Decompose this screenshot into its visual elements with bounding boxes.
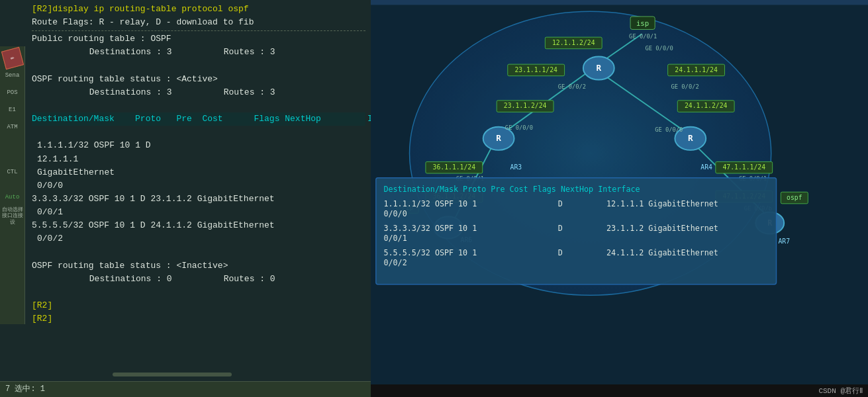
terminal-blank-1	[32, 60, 365, 73]
ar4-label: AR4	[700, 163, 712, 171]
overlay-row1-dest: 1.1.1.1/32 OSPF 10 1	[384, 199, 477, 208]
terminal-prompt-1: [R2]	[32, 299, 365, 312]
overlay-row3-nexthop: 24.1.1.2 GigabitEthernet	[606, 248, 718, 257]
terminal-line-3: Public routing table : OSPF	[32, 32, 365, 46]
overlay-row2-dest: 3.3.3.3/32 OSPF 10 1	[384, 224, 477, 233]
sidebar-pencil-icon: ✏	[1, 47, 23, 69]
subnet-36-1: 36.1.1.1/24	[433, 163, 476, 171]
status-bar: CSDN @君行Ⅱ	[371, 384, 868, 397]
iface-1: 0/0/0	[32, 179, 365, 193]
overlay-row2-flags: D	[558, 224, 563, 233]
terminal-cursor-pos: 7 选中: 1	[5, 383, 45, 396]
ge-r1-r3: GE 0/0/2	[671, 83, 699, 90]
terminal-sep	[32, 30, 365, 31]
scrollbar-thumb[interactable]	[113, 373, 232, 376]
table-row-2: 3.3.3.3/32 OSPF 10 1 D 23.1.1.2 GigabitE…	[32, 193, 365, 206]
sidebar-label-e1: E1	[9, 106, 16, 115]
terminal-line-7: Destinations : 3 Routes : 3	[32, 86, 365, 99]
dest-1: 1.1.1.1/32 OSPF 10 1 D 12.1.1.1 GigabitE…	[32, 139, 151, 179]
ar3-label: AR3	[510, 163, 522, 171]
r2-label: R	[496, 133, 501, 143]
ospf-label: ospf	[787, 194, 802, 201]
overlay-row1-nexthop: 12.1.1.1 GigabitEthernet	[606, 199, 718, 208]
terminal-content: [R2]display ip routing-table protocol os…	[32, 3, 365, 326]
terminal-line-6: OSPF routing table status : <Active>	[32, 73, 365, 86]
subnet-23-1: 23.1.1.1/24	[514, 66, 557, 73]
terminal-line-1: [R2]display ip routing-table protocol os…	[32, 3, 365, 16]
diagram-panel: isp R R AR3 R AR4 R AR6 R AR7 12.1.1.2/2…	[371, 0, 868, 397]
iface-2: 0/0/1	[32, 206, 365, 219]
scrollbar-area[interactable]	[26, 371, 371, 378]
terminal-inactive: OSPF routing table status : <Inactive>	[32, 259, 365, 273]
ge001-isp: GE 0/0/1	[629, 33, 657, 40]
sidebar-label-atm: ATM	[7, 123, 17, 132]
terminal-blank-2	[32, 99, 365, 112]
overlay-row3-flags: D	[558, 248, 563, 257]
terminal-blank-4	[32, 246, 365, 259]
subnet-12-label: 12.1.1.2/24	[552, 39, 595, 46]
table-row-1: 1.1.1.1/32 OSPF 10 1 D 12.1.1.1 GigabitE…	[32, 139, 365, 179]
overlay-row2-iface: 0/0/1	[384, 234, 407, 243]
terminal-line-4: Destinations : 3 Routes : 3	[32, 46, 365, 59]
iface-3: 0/0/2	[32, 232, 365, 245]
sidebar-label-pos: POS	[7, 89, 17, 98]
r3-label: R	[688, 133, 693, 143]
terminal-blank-3	[32, 126, 365, 139]
subnet-24-2: 24.1.1.2/24	[685, 102, 728, 109]
status-text: CSDN @君行Ⅱ	[818, 387, 863, 395]
sidebar: ✏ Sena POS E1 ATM CTL Auto 自动选择接口连接设	[0, 46, 25, 324]
ge000-ar3: GE 0/0/0	[505, 124, 533, 131]
dest-3: 5.5.5.5/32 OSPF 10 1 D 24.1.1.2 GigabitE…	[32, 220, 275, 230]
terminal-blank-5	[32, 286, 365, 299]
overlay-row1-iface: 0/0/0	[384, 209, 407, 218]
sidebar-auto-sub: 自动选择接口连接设	[1, 206, 24, 226]
dest-2: 3.3.3.3/32 OSPF 10 1 D 23.1.1.2 GigabitE…	[32, 194, 275, 204]
sidebar-label-sena: Sena	[5, 71, 20, 81]
terminal-table-header: Destination/Mask Proto Pre Cost Flags Ne…	[32, 112, 365, 126]
ar7-label: AR7	[778, 238, 790, 245]
overlay-row3-iface: 0/0/2	[384, 258, 407, 267]
subnet-24-1: 24.1.1.1/24	[675, 66, 718, 73]
terminal-prompt-2: [R2]	[32, 312, 365, 326]
network-svg: isp R R AR3 R AR4 R AR6 R AR7 12.1.1.2/2…	[371, 0, 868, 397]
sidebar-label-auto: Auto	[5, 193, 20, 202]
overlay-header: Destination/Mask Proto Pre Cost Flags Ne…	[384, 185, 640, 194]
terminal-bottom-bar: 7 选中: 1	[0, 381, 371, 397]
table-row-3: 5.5.5.5/32 OSPF 10 1 D 24.1.1.2 GigabitE…	[32, 219, 365, 232]
subnet-23-2: 23.1.1.2/24	[504, 102, 547, 109]
terminal-line-2: Route Flags: R - relay, D - download to …	[32, 16, 365, 29]
ge000-ar4: GE 0/0/0	[655, 126, 683, 133]
ge-r1-r2: GE 0/0/2	[558, 83, 586, 90]
isp-label: isp	[636, 19, 649, 28]
subnet-47-1: 47.1.1.1/24	[722, 163, 765, 171]
overlay-row1-flags: D	[558, 199, 563, 208]
terminal-panel: ✏ Sena POS E1 ATM CTL Auto 自动选择接口连接设 [R2…	[0, 0, 371, 397]
sidebar-label-ctl: CTL	[7, 168, 17, 177]
overlay-row3-dest: 5.5.5.5/32 OSPF 10 1	[384, 248, 477, 257]
overlay-row2-nexthop: 23.1.1.2 GigabitEthernet	[606, 224, 718, 233]
ge000-isp: GE 0/0/0	[646, 45, 673, 52]
terminal-inactive-dest: Destinations : 0 Routes : 0	[32, 273, 365, 286]
r1-label: R	[596, 63, 601, 73]
